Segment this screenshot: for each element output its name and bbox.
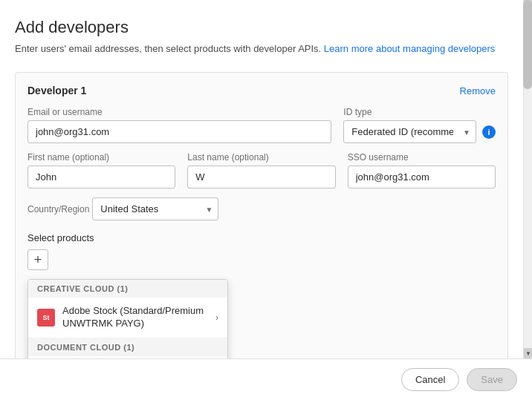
last-name-label: Last name (optional) (187, 152, 335, 163)
developer-header: Developer 1 Remove (27, 85, 496, 96)
sso-group: SSO username (348, 152, 496, 188)
country-select-wrapper: United States Canada United Kingdom ▼ (92, 197, 218, 220)
email-input[interactable] (27, 120, 331, 143)
last-name-group: Last name (optional) (187, 152, 335, 188)
country-select[interactable]: United States Canada United Kingdom (92, 197, 218, 220)
page-wrapper: Add developers Enter users' email addres… (0, 0, 532, 400)
email-label: Email or username (27, 107, 331, 117)
document-cloud-header: DOCUMENT CLOUD (1) (28, 338, 227, 356)
select-products-section: Select products + CREATIVE CLOUD (1) St … (27, 232, 496, 358)
name-sso-row: First name (optional) Last name (optiona… (27, 152, 496, 188)
first-name-input[interactable] (27, 165, 175, 188)
inner-scroll: Add developers Enter users' email addres… (0, 0, 523, 358)
last-name-input[interactable] (187, 165, 335, 188)
developer-section: Developer 1 Remove Email or username ID … (15, 72, 508, 358)
product-name-stock: Adobe Stock (Standard/Premium UNWTRMK PA… (62, 305, 208, 330)
save-button[interactable]: Save (467, 368, 517, 391)
id-type-row: Federated ID (recommended) Enterprise ID… (343, 120, 496, 143)
id-type-label: ID type (343, 107, 496, 117)
email-group: Email or username (27, 107, 331, 143)
developer-title: Developer 1 (27, 85, 86, 96)
first-name-label: First name (optional) (27, 152, 175, 163)
stock-icon: St (37, 309, 55, 327)
id-type-group: ID type Federated ID (recommended) Enter… (343, 107, 496, 143)
product-dropdown-panel: CREATIVE CLOUD (1) St Adobe Stock (Stand… (27, 279, 228, 358)
sso-input[interactable] (348, 165, 496, 188)
select-products-label: Select products (27, 232, 496, 243)
sso-label: SSO username (348, 152, 496, 163)
email-id-row: Email or username ID type Federated ID (… (27, 107, 496, 143)
first-name-group: First name (optional) (27, 152, 175, 188)
scrollbar-down-arrow[interactable]: ▼ (524, 348, 532, 358)
country-label: Country/Region (27, 204, 89, 214)
id-type-select[interactable]: Federated ID (recommended) Enterprise ID… (343, 120, 476, 143)
creative-cloud-header: CREATIVE CLOUD (1) (28, 280, 227, 298)
chevron-right-icon: › (215, 312, 218, 323)
page-title: Add developers (15, 18, 508, 37)
list-item[interactable]: Ac Enterprise PDF Services Developer (28, 356, 227, 358)
scrollbar-track: ▲ ▼ (523, 0, 532, 358)
add-product-button[interactable]: + (27, 249, 48, 270)
subtitle: Enter users' email addresses, then selec… (15, 43, 508, 54)
list-item[interactable]: St Adobe Stock (Standard/Premium UNWTRMK… (28, 298, 227, 338)
country-group: Country/Region United States Canada Unit… (27, 197, 496, 232)
remove-button[interactable]: Remove (460, 85, 496, 96)
content-area: Add developers Enter users' email addres… (0, 0, 532, 358)
info-icon[interactable]: i (482, 125, 496, 139)
footer-bar: Cancel Save (0, 358, 532, 400)
learn-more-link[interactable]: Learn more about managing developers (324, 43, 496, 54)
cancel-button[interactable]: Cancel (401, 368, 459, 391)
scrollbar-thumb[interactable] (523, 0, 532, 89)
id-type-select-wrapper: Federated ID (recommended) Enterprise ID… (343, 120, 476, 143)
